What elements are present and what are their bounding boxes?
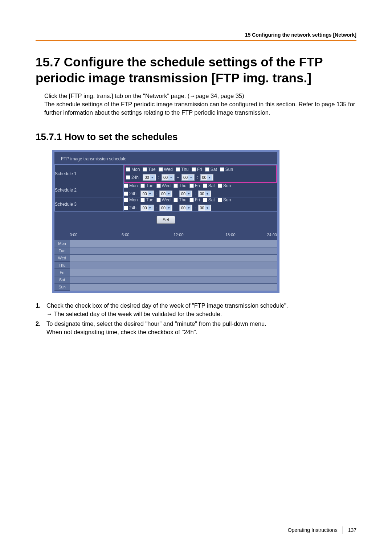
header-divider [36, 40, 356, 41]
checkbox-icon [124, 192, 128, 196]
footer-page-number: 137 [348, 527, 356, 533]
timeline-bar [70, 247, 277, 254]
schedule-1-day-sat[interactable]: Sat [205, 167, 217, 172]
timeline-tick: 12:00 [173, 233, 225, 237]
checkbox-icon [143, 167, 147, 172]
schedule-1-end-min[interactable]: 00▾ [200, 174, 213, 181]
schedule-1-day-sun[interactable]: Sun [220, 167, 233, 172]
page-header-breadcrumb: 15 Configuring the network settings [Net… [36, 32, 356, 40]
timeline-bar [70, 276, 277, 283]
timeline-day-label: Thu [54, 262, 70, 268]
chevron-down-icon: ▾ [150, 175, 155, 180]
schedule-2-start-hour[interactable]: 00▾ [140, 190, 154, 197]
schedule-2-day-sat[interactable]: Sat [203, 183, 215, 188]
schedule-2-start-min[interactable]: 00▾ [159, 190, 172, 197]
chevron-down-icon: ▾ [148, 191, 153, 196]
schedule-1-day-wed[interactable]: Wed [159, 167, 173, 172]
schedule-3-end-hour[interactable]: 00▾ [179, 205, 192, 211]
schedule-3-24h[interactable]: 24h [124, 205, 136, 210]
timeline-day-label: Mon [54, 240, 70, 247]
timeline-tick: 6:00 [122, 233, 173, 237]
colon-separator: : [194, 191, 196, 196]
colon-separator: : [155, 191, 158, 196]
schedule-3-day-wed[interactable]: Wed [156, 197, 171, 202]
timeline-day-label: Tue [54, 247, 70, 254]
schedule-1-day-tue[interactable]: Tue [143, 167, 155, 172]
timeline-tick: 24:00 [267, 233, 277, 237]
schedule-2-24h[interactable]: 24h [124, 191, 136, 196]
schedule-1-day-mon[interactable]: Mon [126, 167, 140, 172]
schedule-3-day-fri[interactable]: Fri [189, 197, 200, 202]
schedule-1-label: Schedule 1 [55, 164, 124, 183]
schedule-3-label: Schedule 3 [55, 197, 124, 211]
schedule-2-day-wed[interactable]: Wed [156, 183, 171, 188]
colon-separator: : [194, 205, 196, 210]
checkbox-icon [156, 184, 161, 188]
checkbox-icon [124, 206, 128, 210]
checkbox-icon [126, 167, 130, 172]
section-title: 15.7 Configure the schedule settings of … [36, 54, 356, 86]
chevron-down-icon: ▾ [148, 205, 153, 210]
instruction-2-text: To designate time, select the desired "h… [46, 320, 356, 328]
schedule-3-day-tue[interactable]: Tue [140, 197, 153, 202]
timeline-day-label: Sun [54, 283, 70, 290]
timeline-row-thu: Thu [54, 262, 277, 269]
chevron-down-icon: ▾ [205, 205, 210, 210]
checkbox-icon [140, 184, 145, 188]
instruction-2-number: 2. [36, 320, 46, 336]
schedule-2-day-mon[interactable]: Mon [124, 183, 138, 188]
schedule-3-day-sun[interactable]: Sun [218, 197, 231, 202]
chevron-down-icon: ▾ [186, 205, 191, 210]
colon-separator: : [158, 175, 160, 180]
schedule-3-day-sat[interactable]: Sat [203, 197, 215, 202]
set-button[interactable]: Set [156, 216, 175, 224]
schedule-2-day-sun[interactable]: Sun [218, 183, 231, 188]
schedule-3-start-hour[interactable]: 00▾ [140, 205, 154, 211]
dash-separator: – [174, 205, 178, 210]
timeline-row-wed: Wed [54, 254, 277, 262]
schedule-1-24h[interactable]: 24h [126, 175, 139, 180]
dash-separator: – [176, 175, 180, 180]
schedule-3-day-mon[interactable]: Mon [124, 197, 138, 202]
chevron-down-icon: ▾ [186, 191, 191, 196]
checkbox-icon [218, 198, 222, 202]
timeline-bar [70, 262, 277, 269]
schedule-2-end-hour[interactable]: 00▾ [179, 190, 192, 197]
timeline-day-label: Wed [54, 254, 70, 261]
chevron-down-icon: ▾ [168, 175, 173, 180]
schedule-3-day-thu[interactable]: Thu [173, 197, 187, 202]
schedule-2-day-thu[interactable]: Thu [173, 183, 187, 188]
timeline-row-mon: Mon [54, 240, 277, 247]
checkbox-icon [126, 175, 130, 180]
checkbox-icon [189, 198, 194, 202]
footer-divider [343, 526, 343, 534]
page-footer: Operating Instructions 137 [288, 526, 356, 534]
checkbox-icon [156, 198, 161, 202]
schedule-2-day-fri[interactable]: Fri [189, 183, 200, 188]
schedule-1-end-hour[interactable]: 00▾ [181, 174, 195, 181]
chevron-down-icon: ▾ [166, 205, 171, 210]
schedule-1-start-hour[interactable]: 00▾ [143, 174, 156, 181]
checkbox-icon [124, 198, 128, 202]
timeline-row-sun: Sun [54, 283, 277, 291]
schedule-1-day-fri[interactable]: Fri [192, 167, 202, 172]
footer-label: Operating Instructions [288, 527, 338, 533]
timeline-bar [70, 283, 277, 291]
schedule-3-end-min[interactable]: 00▾ [198, 205, 211, 211]
schedule-2-day-tue[interactable]: Tue [140, 183, 153, 188]
timeline-row-fri: Fri [54, 269, 277, 276]
colon-separator: : [196, 175, 199, 180]
instruction-1-sub: → The selected day of the week will be v… [46, 310, 356, 318]
colon-separator: : [155, 205, 158, 210]
intro-paragraph: Click the [FTP img. trans.] tab on the "… [44, 92, 356, 117]
chevron-down-icon: ▾ [205, 191, 210, 196]
instruction-1-number: 1. [36, 301, 46, 318]
timeline-row-sat: Sat [54, 276, 277, 283]
schedule-2-end-min[interactable]: 00▾ [198, 190, 211, 197]
checkbox-icon [173, 198, 178, 202]
schedule-3-start-min[interactable]: 00▾ [159, 205, 172, 211]
timeline-day-label: Sat [54, 276, 70, 283]
schedule-1-start-min[interactable]: 00▾ [162, 174, 175, 181]
schedule-1-day-thu[interactable]: Thu [176, 167, 189, 172]
schedule-panel-title: FTP image transmission schedule [54, 152, 277, 164]
